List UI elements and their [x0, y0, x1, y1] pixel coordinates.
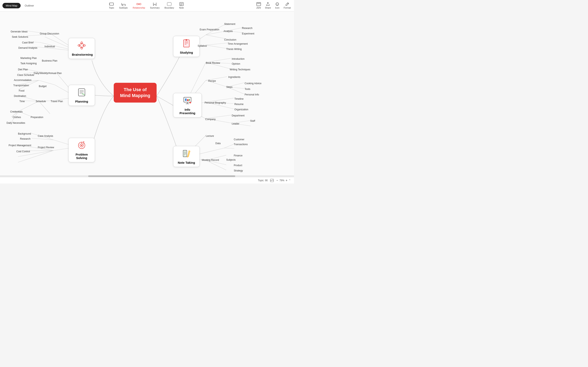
svg-line-58	[206, 35, 227, 39]
leaf-lecture: Lecture	[206, 134, 214, 137]
note-icon	[179, 2, 184, 6]
leaf-cooking-advice: Tools	[245, 88, 250, 91]
mid-organization: Company	[205, 118, 216, 121]
svg-rect-10	[257, 2, 261, 6]
leaf-marketing-plan: Marketing Plan	[20, 57, 37, 59]
leaf-research: Research	[20, 137, 30, 140]
leaf-time: Time	[19, 100, 25, 103]
leaf-resume: Organization	[234, 108, 248, 111]
bottombar: Topic: 90 − 79% + ⌃	[0, 177, 294, 184]
svg-point-15	[278, 3, 278, 4]
tool-relationship[interactable]: Relationship	[133, 2, 145, 9]
leaf-strategy: Strategy	[234, 169, 243, 172]
scrollbar-thumb[interactable]	[88, 175, 235, 177]
svg-rect-106	[183, 40, 189, 47]
leaf-food: Food	[19, 89, 24, 92]
svg-rect-11	[257, 3, 259, 4]
svg-point-3	[137, 3, 138, 5]
leaf-seek-solutions: Seek Solutions	[12, 35, 28, 38]
tool-format[interactable]: Format	[284, 2, 291, 9]
leaf-case-brief: Case Brief	[22, 41, 34, 44]
leaf-travel-plan: Travel Plan	[51, 100, 63, 103]
svg-point-4	[140, 3, 141, 5]
tool-subtopic-label: Subtopic	[119, 7, 128, 9]
leaf-exam-preparation: Syllabus	[198, 44, 207, 47]
svg-line-29	[39, 80, 55, 85]
leaf-tools: Personal Info	[245, 93, 259, 96]
info-presenting-icon	[177, 96, 198, 107]
horizontal-scrollbar[interactable]	[0, 175, 294, 177]
svg-rect-6	[180, 2, 183, 6]
leaf-ingredients: Ingredients	[228, 76, 240, 78]
leaf-task-assigning: Task Assigning	[20, 62, 36, 65]
leaf-background: Background	[18, 132, 31, 135]
topic-icon	[109, 2, 114, 6]
svg-point-91	[78, 45, 80, 46]
leaf-project-review: Project Review	[38, 146, 54, 149]
branch-planning[interactable]: Planning	[68, 85, 95, 106]
planning-icon	[72, 87, 91, 99]
leaf-company: Department	[232, 114, 245, 117]
svg-line-47	[32, 138, 53, 140]
leaf-syllabus: Time Arrangement	[228, 42, 248, 45]
leaf-customer: Customer	[234, 138, 244, 141]
svg-rect-115	[187, 99, 189, 101]
tab-mindmap[interactable]: Mind Map	[2, 3, 21, 8]
leaf-group-discussion: Group Discussion	[40, 32, 59, 35]
mid-subjects: Subjects	[226, 158, 236, 161]
tool-zen[interactable]: ZEN	[256, 2, 261, 9]
map-icon	[270, 179, 274, 182]
branch-note-taking[interactable]: Note Taking	[173, 146, 200, 167]
tool-zen-label: ZEN	[256, 7, 261, 9]
branch-brainstorming[interactable]: Brainstorming	[68, 38, 95, 59]
zoom-plus[interactable]: +	[286, 179, 287, 182]
leaf-personal-biography: Timeline	[234, 98, 243, 100]
zoom-minus[interactable]: −	[276, 179, 278, 182]
tool-boundary[interactable]: Boundary	[164, 2, 174, 9]
branch-problem-solving[interactable]: Problem Solving	[68, 138, 95, 162]
branch-info-presenting[interactable]: Info Presenting	[173, 93, 202, 117]
relationship-icon	[136, 2, 141, 6]
mid-meeting-record: Meeting Record	[202, 159, 219, 161]
leaf-opinion: Opinion	[232, 62, 240, 65]
tool-subtopic[interactable]: Subtopic	[119, 2, 128, 9]
leaf-preparation: Preparation	[31, 116, 43, 119]
svg-rect-116	[189, 99, 190, 101]
svg-point-89	[81, 42, 82, 43]
leaf-research-s: Research	[242, 27, 252, 30]
tool-relationship-label: Relationship	[133, 7, 145, 9]
leaf-diet-plan: Diet Plan	[18, 68, 28, 71]
tool-note[interactable]: Note	[179, 2, 184, 9]
mid-directions: Steps	[226, 86, 233, 89]
leaf-thesis-writing: Exam Preparation	[200, 28, 219, 31]
branch-info-presenting-label: Info Presenting	[177, 108, 198, 115]
problem-solving-icon	[72, 141, 91, 152]
tool-topic[interactable]: Topic	[109, 2, 114, 9]
svg-rect-110	[186, 39, 187, 41]
svg-point-92	[84, 45, 85, 46]
leaf-clothes: Clothes	[13, 116, 21, 119]
canvas[interactable]: The Use of Mind Mapping Brainstorming	[0, 11, 294, 177]
subtopic-icon	[121, 2, 126, 6]
studying-icon	[177, 39, 196, 50]
branch-note-taking-label: Note Taking	[177, 161, 196, 164]
leaf-class-schedule: Class Schedule	[17, 74, 34, 76]
tool-summary[interactable]: Summary	[150, 2, 160, 9]
note-taking-icon	[177, 149, 196, 160]
leaf-product: Product	[234, 164, 242, 167]
leaf-finance: Finance	[234, 154, 242, 157]
zoom-arrow[interactable]: ⌃	[289, 179, 291, 182]
tool-share[interactable]: Share	[265, 2, 271, 9]
topic-count: Topic: 90	[258, 179, 268, 182]
tool-summary-label: Summary	[150, 7, 160, 9]
summary-icon	[152, 2, 157, 6]
svg-rect-120	[183, 150, 187, 157]
leaf-demand-analysis: Demand Analysis	[18, 47, 37, 49]
central-node[interactable]: The Use of Mind Mapping	[114, 83, 156, 103]
svg-rect-5	[167, 2, 171, 6]
tool-note-label: Note	[179, 7, 184, 9]
tab-outliner[interactable]: Outliner	[21, 3, 37, 8]
leaf-individual: Individual	[44, 45, 55, 48]
tool-icon[interactable]: Icon	[275, 2, 279, 9]
branch-studying[interactable]: Studying	[173, 36, 200, 57]
